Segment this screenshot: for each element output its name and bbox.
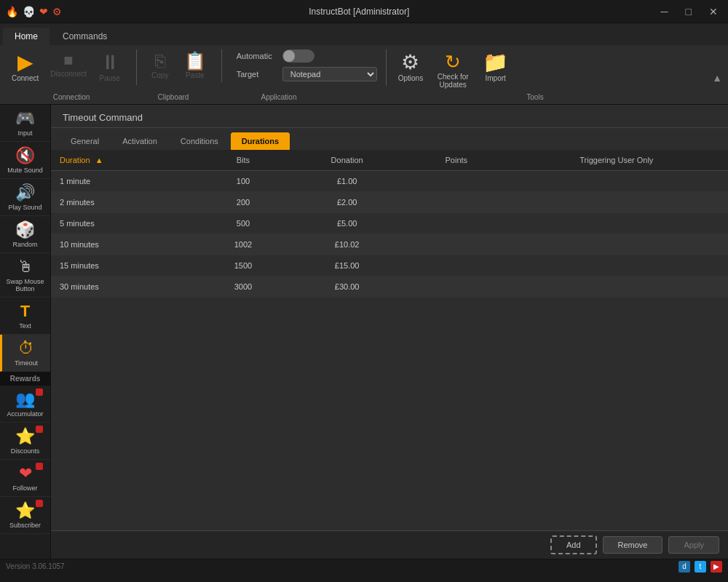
paste-button[interactable]: 📋 Paste (178, 49, 213, 82)
automatic-row: Automatic (237, 49, 314, 63)
import-button[interactable]: 📁 Import (477, 49, 514, 85)
sidebar-item-play-sound[interactable]: 🔊 Play Sound (0, 179, 50, 216)
cell-triggering-user (505, 192, 728, 213)
toolbar-group-application: Automatic Target Notepad (228, 49, 387, 86)
main-area: 🎮 Input 🔇 Mute Sound 🔊 Play Sound 🎲 Rand… (0, 105, 728, 559)
apply-button[interactable]: Apply (668, 536, 719, 554)
sidebar-item-input[interactable]: 🎮 Input (0, 105, 50, 142)
cell-points (408, 255, 505, 276)
table-row[interactable]: 10 minutes 1002 £10.02 (51, 234, 728, 255)
cell-donation: £30.00 (286, 276, 408, 298)
sidebar-item-swap-mouse-button[interactable]: 🖱 Swap Mouse Button (0, 253, 50, 298)
cell-bits: 3000 (200, 276, 287, 298)
tab-general[interactable]: General (60, 132, 110, 150)
sidebar-item-subscriber[interactable]: ⭐ Subscriber (0, 497, 50, 534)
content-area: Timeout Command General Activation Condi… (51, 105, 728, 559)
connect-button[interactable]: ▶ Connect (6, 49, 44, 85)
accumulator-badge (36, 388, 43, 396)
discounts-icon: ⭐ (15, 427, 35, 446)
sidebar-item-random[interactable]: 🎲 Random (0, 216, 50, 253)
cell-points (408, 276, 505, 298)
sidebar-item-text[interactable]: T Text (0, 298, 50, 335)
bottom-bar: Add Remove Apply (51, 530, 728, 559)
sidebar-label-subscriber: Subscriber (9, 522, 41, 529)
target-select[interactable]: Notepad (282, 67, 377, 81)
cell-duration: 5 minutes (51, 213, 200, 234)
cell-triggering-user (505, 171, 728, 192)
check-updates-icon: ↻ (445, 52, 461, 71)
disconnect-button[interactable]: ■ Disconnect (44, 49, 92, 81)
cell-triggering-user (505, 255, 728, 276)
sidebar-label-timeout: Timeout (15, 359, 38, 367)
sidebar-item-accumulator[interactable]: 👥 Accumulator (0, 386, 50, 423)
content-header: Timeout Command (51, 105, 728, 128)
nav-tabs: Home Commands (0, 23, 728, 45)
automatic-toggle[interactable] (282, 49, 314, 63)
connection-section-label: Connection (6, 93, 137, 101)
cell-donation: £2.00 (286, 192, 408, 213)
tab-activation[interactable]: Activation (111, 132, 168, 150)
discord-icon[interactable]: d (678, 561, 690, 573)
col-header-donation[interactable]: Donation (286, 150, 408, 171)
options-button[interactable]: ⚙ Options (392, 49, 429, 85)
copy-label: Copy (151, 71, 168, 79)
col-header-bits[interactable]: Bits (200, 150, 287, 171)
follower-badge (36, 463, 43, 470)
tab-durations[interactable]: Durations (231, 132, 290, 150)
table-row[interactable]: 1 minute 100 £1.00 (51, 171, 728, 192)
col-header-duration[interactable]: Duration ▲ (51, 150, 200, 171)
toolbar-group-clipboard: ⎘ Copy 📋 Paste (143, 49, 222, 82)
title-bar-title: InstructBot [Administrator] (62, 7, 657, 17)
add-button[interactable]: Add (550, 535, 597, 554)
tab-conditions[interactable]: Conditions (170, 132, 229, 150)
timeout-icon: ⏱ (18, 339, 34, 358)
sidebar-item-timeout[interactable]: ⏱ Timeout (0, 335, 50, 372)
sidebar-item-follower[interactable]: ❤ Follower (0, 460, 50, 497)
sidebar-item-mute-sound[interactable]: 🔇 Mute Sound (0, 142, 50, 179)
sidebar-label-random: Random (12, 241, 37, 248)
twitter-icon[interactable]: t (695, 561, 706, 573)
maximize-button[interactable]: □ (681, 4, 696, 19)
tools-section-label: Tools (348, 93, 722, 101)
table-row[interactable]: 30 minutes 3000 £30.00 (51, 276, 728, 298)
app-icon-shield: ❤ (39, 6, 48, 17)
sidebar-item-discounts[interactable]: ⭐ Discounts (0, 423, 50, 460)
cell-bits: 100 (200, 171, 287, 192)
cell-duration: 2 minutes (51, 192, 200, 213)
col-header-triggering-user[interactable]: Triggering User Only (505, 150, 728, 171)
copy-button[interactable]: ⎘ Copy (143, 49, 178, 82)
pause-button[interactable]: ⏸ Pause (92, 49, 127, 85)
connect-label: Connect (12, 74, 39, 82)
toolbar-collapse-button[interactable]: ▲ (712, 45, 722, 111)
cell-donation: £10.02 (286, 234, 408, 255)
nav-tab-commands[interactable]: Commands (51, 28, 119, 45)
minimize-button[interactable]: ─ (657, 4, 673, 19)
title-bar-controls: ─ □ ✕ (657, 4, 722, 19)
subscriber-badge (36, 500, 43, 507)
cell-donation: £15.00 (286, 255, 408, 276)
app-icon-skull: 💀 (23, 6, 35, 17)
accumulator-icon: 👥 (15, 390, 35, 409)
sidebar-label-accumulator: Accumulator (7, 410, 43, 418)
toolbar-wrapper: ▶ Connect ■ Disconnect ⏸ Pause ⎘ Copy (0, 45, 728, 105)
table-row[interactable]: 15 minutes 1500 £15.00 (51, 255, 728, 276)
sidebar: 🎮 Input 🔇 Mute Sound 🔊 Play Sound 🎲 Rand… (0, 105, 51, 559)
youtube-icon[interactable]: ▶ (711, 561, 722, 573)
nav-tab-home[interactable]: Home (3, 28, 50, 45)
text-icon: T (20, 302, 30, 321)
disconnect-label: Disconnect (50, 70, 86, 78)
remove-button[interactable]: Remove (603, 536, 663, 554)
target-row: Target Notepad (237, 67, 377, 81)
cell-duration: 30 minutes (51, 276, 200, 298)
table-row[interactable]: 2 minutes 200 £2.00 (51, 192, 728, 213)
close-button[interactable]: ✕ (705, 4, 722, 19)
sidebar-label-play-sound: Play Sound (8, 204, 41, 211)
table-row[interactable]: 5 minutes 500 £5.00 (51, 213, 728, 234)
toggle-knob (283, 50, 295, 62)
discounts-badge (36, 426, 43, 433)
col-header-points[interactable]: Points (408, 150, 505, 171)
table-header-row: Duration ▲ Bits Donation Points Triggeri… (51, 150, 728, 171)
title-bar-left: 🔥 💀 ❤ ⚙ (6, 6, 62, 17)
automatic-label: Automatic (237, 52, 277, 60)
check-updates-button[interactable]: ↻ Check for Updates (429, 49, 477, 92)
